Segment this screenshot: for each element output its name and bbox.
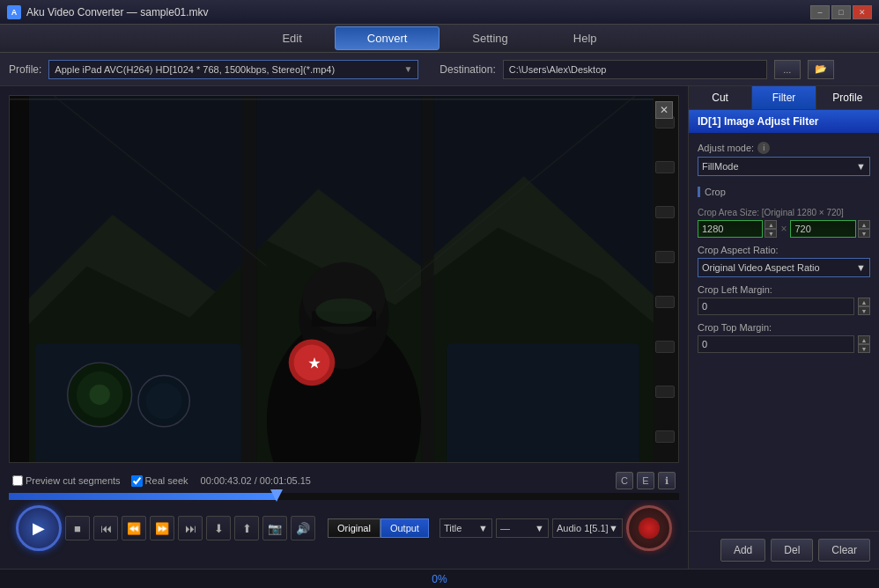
profile-label: Profile: [9,63,41,76]
out-point-button[interactable]: ⬆ [234,516,259,540]
crop-width-down[interactable]: ▼ [765,229,777,238]
profile-dropdown-arrow: ▼ [403,64,412,74]
orig-out-group: Original Output [328,518,429,538]
real-seek-checkbox[interactable] [131,475,143,487]
video-scene: ★ ✕ [10,96,678,462]
fast-forward-button[interactable]: ⏩ [150,516,174,540]
media-controls: Title ▼ — ▼ Audio 1[5.1] ▼ [440,518,623,538]
folder-button[interactable]: 📂 [808,60,834,79]
crop-left-margin-label: Crop Left Margin: [698,284,870,295]
crop-section-title: Crop [698,187,870,197]
audio-arrow-icon: ▼ [609,523,618,533]
menu-edit[interactable]: Edit [249,26,334,50]
tab-cut[interactable]: Cut [689,86,752,109]
crop-top-margin-input[interactable] [698,335,854,353]
film-strip-right [654,96,678,462]
real-seek-check[interactable]: Real seek [131,475,188,487]
subtitle-arrow-icon: ▼ [535,523,544,533]
panel-content: Adjust mode: i FillMode ▼ Crop Crop Area… [689,133,879,531]
minimize-button[interactable]: – [810,5,830,19]
clear-button[interactable]: Clear [818,539,870,562]
crop-height-down[interactable]: ▼ [858,229,870,238]
crop-left-margin-input[interactable] [698,298,854,315]
tab-bar: Cut Filter Profile [689,86,879,110]
rewind-button[interactable]: ⏪ [122,516,146,540]
video-panel: ★ ✕ Preview cut seg [0,86,688,569]
next-frame-button[interactable]: ⏭ [178,516,203,540]
crop-area-label: Crop Area Size: [Original 1280 × 720] [698,208,870,217]
controls-area: Preview cut segments Real seek 00:00:43.… [9,468,679,560]
adjust-mode-arrow-icon: ▼ [856,161,866,172]
menu-convert[interactable]: Convert [335,26,440,50]
adjust-mode-info-icon[interactable]: i [757,142,770,154]
menu-setting[interactable]: Setting [440,26,540,50]
crop-aspect-group: Crop Aspect Ratio: Original Video Aspect… [698,245,870,277]
crop-left-margin-group: Crop Left Margin: ▲ ▼ [698,284,870,315]
time-display: 00:00:43.02 / 00:01:05.15 [201,475,311,486]
adjust-mode-select[interactable]: FillMode ▼ [698,157,870,176]
crop-height-up[interactable]: ▲ [858,220,870,229]
title-arrow-icon: ▼ [478,523,488,533]
adjust-mode-label: Adjust mode: [698,143,754,153]
tab-filter[interactable]: Filter [752,86,816,109]
title-select[interactable]: Title ▼ [440,518,492,538]
progress-percentage: 0% [432,573,447,585]
crop-width-up[interactable]: ▲ [765,220,777,229]
record-inner-icon [639,518,660,539]
crop-top-margin-spinner: ▲ ▼ [858,335,870,353]
del-button[interactable]: Del [771,539,813,562]
cut-in-button[interactable]: C [616,472,633,489]
adjust-mode-group: Adjust mode: i FillMode ▼ [698,142,870,176]
audio-select[interactable]: Audio 1[5.1] ▼ [552,518,623,538]
snapshot-button[interactable]: 📷 [262,516,287,540]
original-button[interactable]: Original [328,518,380,538]
svg-text:★: ★ [308,356,321,371]
crop-width-input[interactable] [698,220,764,238]
svg-rect-7 [421,96,434,462]
title-bar: A Aku Video Converter — sample01.mkv – □… [0,0,879,25]
adjust-mode-label-row: Adjust mode: i [698,142,870,154]
app-icon: A [7,5,21,19]
volume-button[interactable]: 🔊 [291,516,315,540]
preview-checkbox[interactable] [12,475,23,486]
browse-button[interactable]: ... [774,60,801,79]
play-button[interactable]: ▶ [16,505,62,551]
stop-button[interactable]: ■ [65,516,90,540]
title-text: Aku Video Converter — sample01.mkv [26,6,810,18]
crop-aspect-select[interactable]: Original Video Aspect Ratio ▼ [698,258,870,277]
profile-row: Profile: Apple iPad AVC(H264) HD[1024 * … [0,53,879,86]
info-seek-button[interactable]: ℹ [658,472,676,489]
crop-aspect-label: Crop Aspect Ratio: [698,245,870,255]
crop-top-margin-up[interactable]: ▲ [858,335,870,344]
crop-height-input[interactable] [790,220,856,238]
preview-cut-check[interactable]: Preview cut segments [12,475,121,486]
seek-icons: C E ℹ [616,472,676,489]
svg-point-12 [89,385,109,405]
svg-rect-6 [241,96,257,462]
record-button[interactable] [626,505,672,551]
prev-frame-button[interactable]: ⏮ [93,516,118,540]
filter-header: ID[1] Image Adjust Filter [689,110,879,133]
close-button[interactable]: ✕ [853,5,872,19]
tab-profile[interactable]: Profile [816,86,879,109]
playback-row: ▶ ■ ⏮ ⏪ ⏩ ⏭ ⬇ ⬆ 📷 🔊 Original Output Titl… [9,500,679,556]
profile-dropdown[interactable]: Apple iPad AVC(H264) HD[1024 * 768, 1500… [48,60,418,79]
progress-fill [9,493,277,500]
cut-out-button[interactable]: E [637,472,654,489]
maximize-button[interactable]: □ [831,5,851,19]
crop-left-margin-down[interactable]: ▼ [858,306,870,315]
svg-rect-9 [447,343,639,462]
video-container: ★ ✕ [9,95,679,463]
progress-bar[interactable] [9,493,679,500]
output-button[interactable]: Output [380,518,429,538]
crop-left-margin-up[interactable]: ▲ [858,298,870,306]
in-point-button[interactable]: ⬇ [206,516,231,540]
destination-label: Destination: [440,63,495,76]
crop-top-margin-down[interactable]: ▼ [858,344,870,353]
subtitle-select[interactable]: — ▼ [496,518,549,538]
add-button[interactable]: Add [720,539,765,562]
video-close-button[interactable]: ✕ [655,101,673,119]
crop-top-margin-label: Crop Top Margin: [698,322,870,333]
menu-help[interactable]: Help [541,26,630,50]
destination-path: C:\Users\Alex\Desktop [503,60,767,79]
